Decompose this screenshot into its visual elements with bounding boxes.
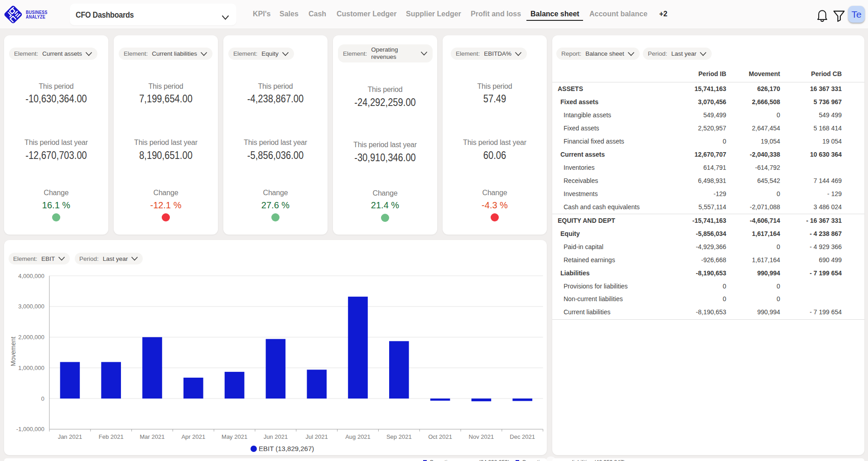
svg-text:Jan 2021: Jan 2021 bbox=[58, 433, 82, 440]
svg-text:Movement: Movement bbox=[10, 336, 17, 366]
svg-text:May 2021: May 2021 bbox=[222, 433, 247, 440]
svg-text:2,000,000: 2,000,000 bbox=[18, 334, 44, 341]
svg-text:Dec 2021: Dec 2021 bbox=[510, 433, 535, 440]
svg-text:0: 0 bbox=[41, 395, 44, 402]
svg-text:Oct 2021: Oct 2021 bbox=[428, 433, 452, 440]
svg-text:-1,000,000: -1,000,000 bbox=[16, 426, 44, 432]
svg-text:Aug 2021: Aug 2021 bbox=[345, 433, 371, 440]
svg-text:EBIT (13,829,267): EBIT (13,829,267) bbox=[259, 445, 314, 452]
svg-text:Mar 2021: Mar 2021 bbox=[140, 433, 165, 440]
svg-text:Jun 2021: Jun 2021 bbox=[264, 433, 288, 440]
svg-text:Jul 2021: Jul 2021 bbox=[306, 433, 328, 440]
svg-text:3,000,000: 3,000,000 bbox=[18, 303, 44, 310]
svg-text:Sep 2021: Sep 2021 bbox=[386, 433, 412, 440]
svg-text:1,000,000: 1,000,000 bbox=[18, 365, 44, 371]
svg-text:Nov 2021: Nov 2021 bbox=[469, 433, 494, 440]
svg-text:Apr 2021: Apr 2021 bbox=[181, 433, 205, 440]
svg-text:Feb 2021: Feb 2021 bbox=[99, 433, 124, 440]
svg-text:4,000,000: 4,000,000 bbox=[18, 273, 44, 279]
